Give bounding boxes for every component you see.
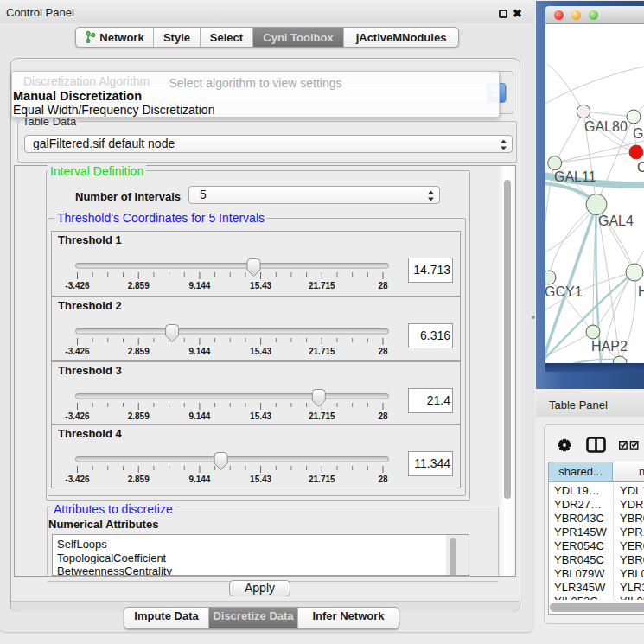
- svg-text:-3.426: -3.426: [65, 475, 90, 484]
- svg-text:GAL4: GAL4: [598, 214, 634, 228]
- svg-text:15.43: 15.43: [250, 281, 271, 290]
- svg-text:9.144: 9.144: [188, 281, 210, 290]
- svg-text:2.859: 2.859: [128, 281, 150, 290]
- svg-text:21.715: 21.715: [309, 347, 335, 356]
- svg-text:21.715: 21.715: [309, 411, 335, 421]
- svg-text:-3.426: -3.426: [65, 411, 90, 421]
- svg-text:-3.426: -3.426: [65, 347, 90, 356]
- svg-text:21.715: 21.715: [309, 475, 335, 484]
- svg-text:2.859: 2.859: [128, 475, 150, 484]
- svg-text:H: H: [638, 284, 644, 299]
- svg-text:28: 28: [378, 475, 388, 484]
- svg-text:28: 28: [378, 411, 388, 421]
- svg-text:15.43: 15.43: [250, 347, 271, 356]
- svg-text:HAP2: HAP2: [591, 339, 628, 354]
- svg-text:21.715: 21.715: [309, 281, 335, 290]
- svg-text:2.859: 2.859: [128, 411, 150, 421]
- svg-text:9.144: 9.144: [188, 347, 210, 356]
- svg-text:C: C: [637, 160, 644, 175]
- svg-text:2.859: 2.859: [128, 347, 150, 356]
- svg-text:GAL11: GAL11: [554, 169, 596, 184]
- svg-text:9.144: 9.144: [188, 475, 210, 484]
- svg-text:15.43: 15.43: [250, 411, 271, 421]
- svg-text:28: 28: [378, 347, 388, 356]
- svg-text:GA: GA: [633, 126, 644, 141]
- svg-text:15.43: 15.43: [250, 475, 271, 484]
- svg-text:-3.426: -3.426: [65, 281, 90, 290]
- svg-text:GCY1: GCY1: [545, 284, 583, 299]
- svg-text:9.144: 9.144: [188, 411, 210, 421]
- svg-text:GAL80: GAL80: [584, 119, 628, 134]
- svg-text:28: 28: [378, 281, 388, 290]
